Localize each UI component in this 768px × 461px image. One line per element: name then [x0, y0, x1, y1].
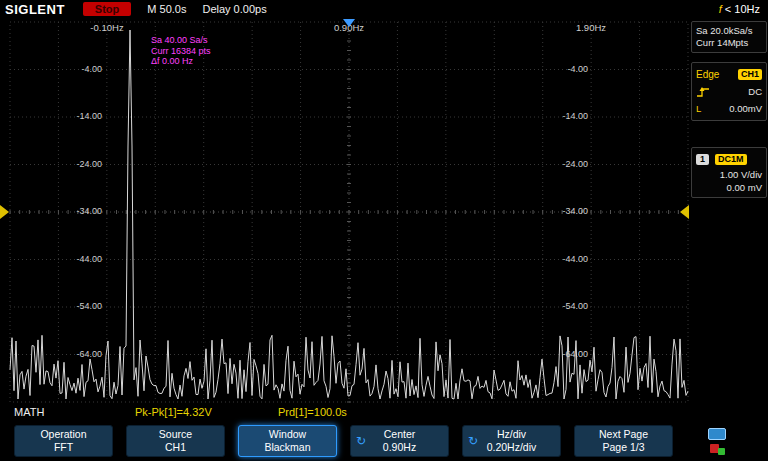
db-axis-label: -44.00 [60, 254, 102, 264]
db-axis-label: -34.00 [60, 206, 102, 216]
menu-button-value: Blackman [264, 441, 310, 454]
rising-edge-icon [696, 86, 710, 98]
softkey-menu: Operation FFT Source CH1 Window Blackman… [0, 421, 768, 461]
io-green-indicator [718, 448, 725, 455]
freq-counter-value: < 10Hz [725, 3, 760, 15]
channel1-panel[interactable]: 1 DC1M 1.00 V/div 0.00 mV [691, 147, 767, 198]
db-axis-label: -44.00 [546, 254, 588, 264]
top-bar: SIGLENT Stop M 50.0s Delay 0.00ps f< 10H… [0, 0, 768, 18]
pkpk-measurement: Pk-Pk[1]=4.32V [135, 406, 212, 418]
freq-counter-symbol: f [719, 3, 722, 15]
trigger-level-marker[interactable] [680, 205, 689, 219]
memory-depth-readout: Curr 14Mpts [696, 37, 762, 49]
usb-device-icon [708, 428, 726, 440]
db-axis-label: -14.00 [60, 111, 102, 121]
channel-offset-readout: 0.00 mV [696, 181, 762, 194]
delay-readout: Delay 0.00ps [202, 3, 266, 15]
channel-scale-readout: 1.00 V/div [696, 168, 762, 181]
trigger-level-prefix: L [696, 103, 701, 114]
menu-button-hzdiv[interactable]: Hz/div 0.20Hz/div ↻ [462, 425, 561, 457]
menu-button-value: FFT [54, 441, 73, 454]
menu-button-center[interactable]: Center 0.90Hz ↻ [350, 425, 449, 457]
db-axis-label: -24.00 [546, 159, 588, 169]
knob-icon: ↻ [468, 435, 478, 448]
fft-points: Curr 16384 pts [151, 46, 211, 57]
channel-coupling-badge: DC1M [715, 154, 747, 165]
trigger-position-marker[interactable] [343, 19, 355, 27]
freq-axis-label-left: -0.10Hz [90, 22, 123, 33]
menu-button-label: Next Page [599, 428, 648, 441]
db-axis-label: -4.00 [546, 64, 588, 74]
menu-button-label: Operation [40, 428, 86, 441]
fft-info-readout: Sa 40.00 Sa/s Curr 16384 pts Δf 0.00 Hz [151, 35, 211, 67]
trigger-type-label: Edge [696, 69, 719, 80]
graticule-area[interactable]: -0.10Hz 0.90Hz 1.90Hz Sa 40.00 Sa/s Curr… [0, 18, 690, 405]
timebase-readout: M 50.0s [147, 3, 186, 15]
acquisition-status-badge[interactable]: Stop [83, 2, 131, 16]
menu-button-value: 0.90Hz [383, 441, 416, 454]
db-axis-label: -14.00 [546, 111, 588, 121]
menu-button-value: CH1 [165, 441, 186, 454]
period-measurement: Prd[1]=100.0s [278, 406, 347, 418]
db-axis-label: -54.00 [546, 301, 588, 311]
freq-axis-label-right: 1.90Hz [576, 22, 606, 33]
menu-button-value: Page 1/3 [602, 441, 644, 454]
db-axis-label: -34.00 [546, 206, 588, 216]
db-axis-label: -64.00 [60, 349, 102, 359]
frequency-counter: f< 10Hz [719, 3, 760, 15]
acquisition-panel[interactable]: Sa 20.0kSa/s Curr 14Mpts [691, 21, 767, 53]
menu-button-operation[interactable]: Operation FFT [14, 425, 113, 457]
trigger-panel[interactable]: Edge CH1 DC L 0.00mV [691, 62, 767, 121]
menu-button-source[interactable]: Source CH1 [126, 425, 225, 457]
menu-button-next-page[interactable]: Next Page Page 1/3 [574, 425, 673, 457]
trigger-source-badge: CH1 [738, 69, 762, 80]
channel-number-badge: 1 [696, 154, 709, 165]
siglent-logo: SIGLENT [5, 2, 65, 17]
menu-button-label: Hz/div [497, 428, 526, 441]
menu-button-label: Window [269, 428, 306, 441]
trigger-coupling-label: DC [748, 86, 762, 97]
math-channel-label: MATH [14, 406, 44, 418]
menu-button-value: 0.20Hz/div [487, 441, 537, 454]
fft-delta-f: Δf 0.00 Hz [151, 56, 211, 67]
sample-rate-readout: Sa 20.0kSa/s [696, 25, 762, 37]
db-axis-label: -64.00 [546, 349, 588, 359]
trigger-level-value: 0.00mV [729, 103, 762, 114]
usb-host-status-icon [709, 443, 725, 455]
db-axis-label: -54.00 [60, 301, 102, 311]
menu-button-window[interactable]: Window Blackman [238, 425, 337, 457]
status-icons [708, 428, 726, 455]
knob-icon: ↻ [356, 435, 366, 448]
fft-sample-rate: Sa 40.00 Sa/s [151, 35, 211, 46]
db-axis-label: -24.00 [60, 159, 102, 169]
menu-button-label: Source [159, 428, 192, 441]
right-sidebar: Sa 20.0kSa/s Curr 14Mpts Edge CH1 DC L 0… [690, 18, 768, 405]
menu-button-label: Center [384, 428, 416, 441]
db-axis-label: -4.00 [60, 64, 102, 74]
math-position-marker[interactable] [0, 205, 9, 219]
measurement-bar: MATH Pk-Pk[1]=4.32V Prd[1]=100.0s [0, 405, 768, 421]
